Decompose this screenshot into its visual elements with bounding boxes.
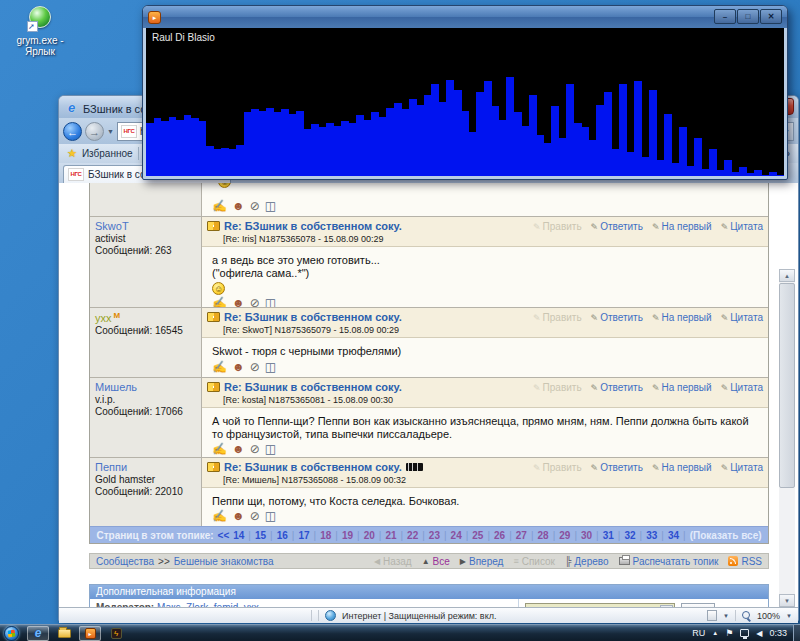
protected-mode-icon[interactable] xyxy=(707,610,717,621)
chevron-down-icon[interactable] xyxy=(723,613,729,619)
maximize-button[interactable]: □ xyxy=(737,9,759,24)
page-link-23[interactable]: 23 xyxy=(429,530,440,541)
vertical-scrollbar[interactable] xyxy=(779,183,795,607)
reply-link[interactable]: Ответить xyxy=(591,382,643,393)
all-posts-link[interactable]: Все xyxy=(422,556,450,567)
page-link-16[interactable]: 16 xyxy=(277,530,288,541)
page-link-22[interactable]: 22 xyxy=(407,530,418,541)
reply-first-link[interactable]: На первый xyxy=(652,462,712,473)
favorites-star-icon[interactable] xyxy=(67,147,77,160)
show-all-link[interactable]: (Показать все) xyxy=(690,530,762,541)
ignore-user-icon[interactable] xyxy=(250,443,260,455)
author-link[interactable]: Мишель xyxy=(95,381,137,393)
page-link-31[interactable]: 31 xyxy=(603,530,614,541)
reply-first-link[interactable]: На первый xyxy=(652,312,712,323)
reply-link[interactable]: Ответить xyxy=(591,221,643,232)
scroll-down-button[interactable] xyxy=(779,594,795,607)
chevron-down-icon[interactable] xyxy=(786,613,792,619)
page-link-19[interactable]: 19 xyxy=(342,530,353,541)
taskbar-player-button[interactable] xyxy=(79,626,101,641)
page-link-26[interactable]: 26 xyxy=(494,530,505,541)
copy-post-icon[interactable] xyxy=(265,361,276,373)
rss-link[interactable]: RSS xyxy=(728,556,762,567)
print-post-icon[interactable] xyxy=(212,200,227,212)
page-link-15[interactable]: 15 xyxy=(255,530,266,541)
page-link-28[interactable]: 28 xyxy=(538,530,549,541)
page-link-30[interactable]: 30 xyxy=(581,530,592,541)
page-link-24[interactable]: 24 xyxy=(451,530,462,541)
post-title-link[interactable]: Re: БЗшник в собственном соку. xyxy=(224,381,402,393)
action-center-icon[interactable] xyxy=(725,628,733,638)
volume-icon[interactable] xyxy=(756,629,762,638)
page-link-25[interactable]: 25 xyxy=(472,530,483,541)
clock[interactable]: 0:33 xyxy=(769,628,787,638)
history-dropdown-icon[interactable] xyxy=(107,128,114,135)
back-button[interactable] xyxy=(63,122,82,141)
moderator-links[interactable]: Макс, Zlork, femid, yxx xyxy=(157,602,259,607)
favorites-label[interactable]: Избранное xyxy=(82,148,133,159)
page-link-29[interactable]: 29 xyxy=(559,530,570,541)
print-topic-link[interactable]: Распечатать топик xyxy=(619,556,719,567)
notify-moderator-icon[interactable] xyxy=(232,361,245,373)
ignore-user-icon[interactable] xyxy=(250,510,260,522)
post-title-link[interactable]: Re: БЗшник в собственном соку. xyxy=(224,461,402,473)
scroll-up-button[interactable] xyxy=(779,269,795,282)
quote-link[interactable]: Цитата xyxy=(721,382,763,393)
start-button[interactable] xyxy=(4,626,19,641)
breadcrumb-forum[interactable]: Бешеные знакомства xyxy=(174,556,274,567)
page-link-18[interactable]: 18 xyxy=(320,530,331,541)
tree-view-link[interactable]: Дерево xyxy=(565,556,609,567)
forward-button[interactable] xyxy=(85,122,104,141)
close-button[interactable]: ✕ xyxy=(760,9,782,24)
print-post-icon[interactable] xyxy=(212,510,227,522)
notify-moderator-icon[interactable] xyxy=(232,200,245,212)
ignore-user-icon[interactable] xyxy=(250,361,260,373)
taskbar-ie-button[interactable] xyxy=(27,626,49,641)
forum-jump-button[interactable] xyxy=(681,603,715,607)
scrollbar-thumb[interactable] xyxy=(779,283,795,488)
copy-post-icon[interactable] xyxy=(265,443,276,455)
taskbar-amp-button[interactable] xyxy=(105,626,127,641)
copy-post-icon[interactable] xyxy=(265,297,276,307)
page-link-33[interactable]: 33 xyxy=(646,530,657,541)
page-link-21[interactable]: 21 xyxy=(385,530,396,541)
page-link-14[interactable]: 14 xyxy=(233,530,244,541)
print-post-icon[interactable] xyxy=(212,361,227,373)
ignore-user-icon[interactable] xyxy=(250,200,260,212)
page-link-27[interactable]: 27 xyxy=(516,530,527,541)
copy-post-icon[interactable] xyxy=(265,510,276,522)
author-link[interactable]: Пеппи xyxy=(95,461,127,473)
taskbar-explorer-button[interactable] xyxy=(53,626,75,641)
pagination-prev[interactable]: << xyxy=(218,530,230,541)
minimize-button[interactable]: – xyxy=(714,9,736,24)
language-indicator[interactable]: RU xyxy=(692,628,705,638)
ignore-user-icon[interactable] xyxy=(250,297,260,307)
hidden-icons-chevron[interactable] xyxy=(712,630,718,636)
copy-post-icon[interactable] xyxy=(265,200,276,212)
reply-link[interactable]: Ответить xyxy=(591,312,643,323)
page-link-34[interactable]: 34 xyxy=(668,530,679,541)
network-icon[interactable] xyxy=(740,629,749,637)
quote-link[interactable]: Цитата xyxy=(721,462,763,473)
reply-first-link[interactable]: На первый xyxy=(652,221,712,232)
print-post-icon[interactable] xyxy=(212,443,227,455)
page-link-20[interactable]: 20 xyxy=(364,530,375,541)
page-link-17[interactable]: 17 xyxy=(298,530,309,541)
breadcrumb-community[interactable]: Сообщества xyxy=(96,556,154,567)
reply-first-link[interactable]: На первый xyxy=(652,382,712,393)
reply-link[interactable]: Ответить xyxy=(591,462,643,473)
print-post-icon[interactable] xyxy=(212,297,227,307)
post-title-link[interactable]: Re: БЗшник в собственном соку. xyxy=(224,220,402,232)
author-link[interactable]: yxx xyxy=(95,312,112,324)
forward-topic-link[interactable]: Вперед xyxy=(460,556,504,567)
player-titlebar[interactable]: – □ ✕ xyxy=(143,6,787,28)
notify-moderator-icon[interactable] xyxy=(232,510,245,522)
quote-link[interactable]: Цитата xyxy=(721,312,763,323)
quote-link[interactable]: Цитата xyxy=(721,221,763,232)
notify-moderator-icon[interactable] xyxy=(232,443,245,455)
page-link-32[interactable]: 32 xyxy=(624,530,635,541)
zoom-level[interactable]: 100% xyxy=(757,611,780,621)
show-desktop-button[interactable] xyxy=(793,625,800,641)
forum-jump-select[interactable] xyxy=(525,603,675,607)
author-link[interactable]: SkwoT xyxy=(95,220,129,232)
